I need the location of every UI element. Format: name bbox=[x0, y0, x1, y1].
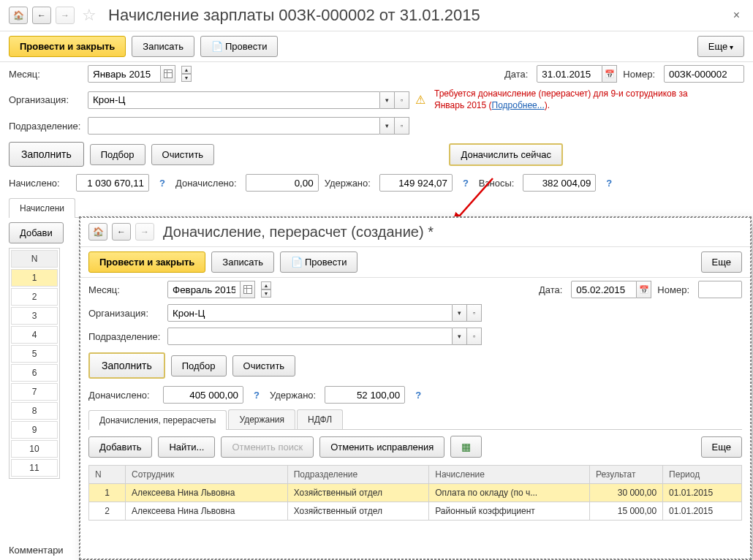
sub-clear-button[interactable]: Очистить bbox=[232, 355, 296, 377]
more-button[interactable]: Еще bbox=[697, 36, 744, 57]
sub-tab-ndfl[interactable]: НДФЛ bbox=[297, 409, 343, 429]
sub-tab-recalc[interactable]: Доначисления, перерасчеты bbox=[88, 410, 227, 430]
sub-label-org: Организация: bbox=[88, 308, 162, 319]
col-employee[interactable]: Сотрудник bbox=[126, 466, 288, 484]
sub-help-withheld-icon[interactable]: ? bbox=[415, 390, 421, 401]
table-row[interactable]: 4 bbox=[11, 326, 58, 344]
sub-back-button[interactable]: ← bbox=[112, 223, 131, 241]
sub-add-button[interactable]: Добавить bbox=[88, 436, 152, 458]
table-row[interactable]: 2 Алексеева Нина Львовна Хозяйственный о… bbox=[89, 502, 742, 521]
table-row[interactable]: 7 bbox=[11, 383, 58, 401]
col-accrual[interactable]: Начисление bbox=[429, 466, 590, 484]
label-withheld: Удержано: bbox=[325, 178, 371, 189]
date-input[interactable] bbox=[537, 65, 602, 83]
col-period[interactable]: Период bbox=[663, 466, 742, 484]
dept-dropdown-icon[interactable]: ▾ bbox=[380, 117, 395, 135]
number-input[interactable] bbox=[664, 65, 744, 83]
sub-post-close-button[interactable]: Провести и закрыть bbox=[88, 251, 205, 273]
sub-org-dropdown-icon[interactable]: ▾ bbox=[453, 304, 467, 322]
table-row[interactable]: 1 Алексеева Нина Львовна Хозяйственный о… bbox=[89, 484, 742, 502]
dept-input[interactable] bbox=[88, 117, 380, 135]
sub-withheld-value[interactable] bbox=[325, 386, 405, 404]
fill-button[interactable]: Заполнить bbox=[9, 142, 84, 167]
post-and-close-button[interactable]: Провести и закрыть bbox=[9, 36, 126, 57]
sub-month-spinner[interactable]: ▲▼ bbox=[261, 281, 271, 298]
close-button[interactable]: × bbox=[729, 7, 744, 23]
sub-cancel-fix-button[interactable]: Отменить исправления bbox=[319, 436, 444, 458]
post-button[interactable]: 📄Провести bbox=[200, 36, 279, 57]
sub-tab-withhold[interactable]: Удержания bbox=[228, 409, 295, 429]
org-field[interactable]: ▾ ▫ bbox=[88, 91, 409, 109]
sub-org-field[interactable]: ▾ ▫ bbox=[167, 304, 482, 322]
sub-month-input[interactable] bbox=[167, 281, 241, 298]
col-n[interactable]: N bbox=[89, 466, 126, 484]
table-row[interactable]: 1 bbox=[11, 269, 58, 287]
org-open-icon[interactable]: ▫ bbox=[395, 91, 409, 109]
month-spinner[interactable]: ▲▼ bbox=[181, 66, 192, 82]
accrued-value[interactable] bbox=[76, 174, 149, 192]
month-grid-icon[interactable] bbox=[161, 65, 175, 83]
sub-dept-input[interactable] bbox=[167, 328, 453, 345]
sub-home-button[interactable]: 🏠 bbox=[88, 223, 107, 241]
extra-value[interactable] bbox=[246, 174, 319, 192]
date-field[interactable] bbox=[537, 65, 617, 83]
sub-org-open-icon[interactable]: ▫ bbox=[467, 304, 482, 322]
tab-accruals[interactable]: Начислени bbox=[9, 198, 75, 218]
dept-open-icon[interactable]: ▫ bbox=[395, 117, 409, 135]
sub-dept-open-icon[interactable]: ▫ bbox=[467, 328, 482, 345]
table-row[interactable]: 2 bbox=[11, 288, 58, 306]
sub-number-input[interactable] bbox=[698, 281, 742, 298]
sub-totals-row: Доначислено: ? Удержано: ? bbox=[80, 383, 751, 406]
help-accrued-icon[interactable]: ? bbox=[159, 178, 165, 189]
withheld-value[interactable] bbox=[379, 174, 453, 192]
sub-find-button[interactable]: Найти... bbox=[158, 436, 215, 458]
sub-dept-dropdown-icon[interactable]: ▾ bbox=[453, 328, 467, 345]
table-row[interactable]: 6 bbox=[11, 364, 58, 382]
sub-calendar-icon[interactable] bbox=[637, 281, 651, 298]
sub-grid-more-button[interactable]: Еще bbox=[701, 436, 742, 458]
recalc-now-button[interactable]: Доначислить сейчас bbox=[449, 143, 563, 166]
sub-table-settings-button[interactable]: ▦ bbox=[450, 436, 482, 458]
table-row[interactable]: 11 bbox=[11, 459, 58, 477]
dept-field[interactable]: ▾ ▫ bbox=[88, 117, 409, 135]
help-contrib-icon[interactable]: ? bbox=[606, 178, 612, 189]
table-row[interactable]: 3 bbox=[11, 307, 58, 325]
sub-pick-button[interactable]: Подбор bbox=[171, 355, 227, 377]
contrib-value[interactable] bbox=[523, 174, 596, 192]
save-button[interactable]: Записать bbox=[132, 36, 194, 57]
add-row-button[interactable]: Добави bbox=[9, 222, 64, 243]
clear-button[interactable]: Очистить bbox=[151, 144, 215, 165]
org-dropdown-icon[interactable]: ▾ bbox=[380, 91, 395, 109]
sub-extra-value[interactable] bbox=[163, 386, 243, 404]
label-month: Месяц: bbox=[9, 69, 82, 80]
sub-more-button[interactable]: Еще bbox=[701, 251, 742, 273]
sub-save-button[interactable]: Записать bbox=[211, 251, 274, 273]
col-dept[interactable]: Подразделение bbox=[287, 466, 429, 484]
table-row[interactable]: 5 bbox=[11, 345, 58, 363]
table-row[interactable]: 10 bbox=[11, 440, 58, 458]
sub-post-button[interactable]: 📄Провести bbox=[280, 251, 358, 273]
sub-date-field[interactable] bbox=[571, 281, 651, 298]
back-button[interactable]: ← bbox=[32, 7, 51, 24]
sub-dept-field[interactable]: ▾ ▫ bbox=[167, 328, 482, 345]
sub-org-input[interactable] bbox=[167, 304, 453, 322]
col-result[interactable]: Результат bbox=[589, 466, 662, 484]
calendar-icon[interactable] bbox=[602, 65, 617, 83]
month-input[interactable] bbox=[88, 65, 161, 83]
favorite-star-icon[interactable]: ☆ bbox=[82, 6, 97, 25]
table-row[interactable]: 8 bbox=[11, 402, 58, 420]
sub-help-extra-icon[interactable]: ? bbox=[254, 390, 260, 401]
help-withheld-icon[interactable]: ? bbox=[463, 178, 469, 189]
sub-month-field[interactable] bbox=[167, 281, 255, 298]
sub-tabbar: Доначисления, перерасчеты Удержания НДФЛ bbox=[88, 409, 742, 430]
table-row[interactable]: 9 bbox=[11, 421, 58, 439]
warning-details-link[interactable]: Подробнее... bbox=[492, 100, 545, 110]
org-input[interactable] bbox=[88, 91, 380, 109]
sub-month-grid-icon[interactable] bbox=[241, 281, 255, 298]
main-tabbar: Начислени bbox=[9, 197, 744, 218]
sub-fill-button[interactable]: Заполнить bbox=[88, 352, 165, 379]
month-field[interactable] bbox=[88, 65, 175, 83]
sub-date-input[interactable] bbox=[571, 281, 637, 298]
pick-button[interactable]: Подбор bbox=[90, 144, 145, 165]
home-button[interactable]: 🏠 bbox=[9, 7, 28, 24]
